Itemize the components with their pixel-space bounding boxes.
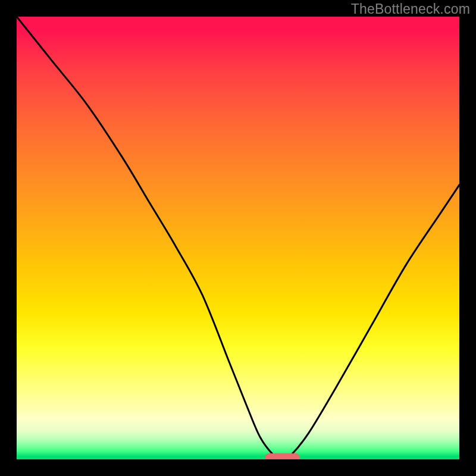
optimum-marker bbox=[265, 453, 300, 459]
plot-area bbox=[17, 17, 459, 459]
bottleneck-curve bbox=[17, 17, 459, 459]
watermark-text: TheBottleneck.com bbox=[351, 1, 470, 17]
chart-frame: TheBottleneck.com bbox=[0, 0, 476, 476]
curve-path bbox=[17, 17, 459, 459]
